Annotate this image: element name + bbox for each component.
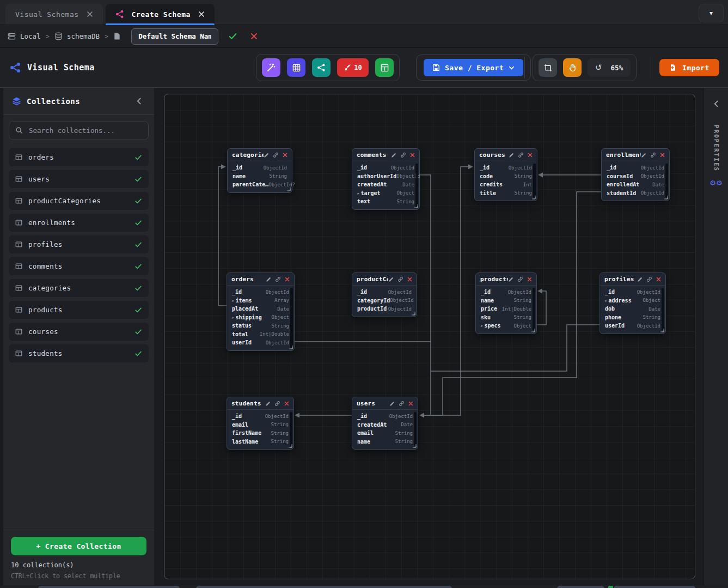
field-row-name[interactable]: nameString <box>228 172 292 181</box>
field-row-status[interactable]: statusString <box>227 322 294 330</box>
field-row-_id[interactable]: _idObjectId <box>228 163 292 172</box>
undo-icon[interactable]: ↺ <box>595 63 602 72</box>
table-scrollbar[interactable] <box>665 163 668 198</box>
field-row-code[interactable]: codeString <box>475 172 537 181</box>
edit-table-icon[interactable] <box>509 153 514 158</box>
close-icon[interactable] <box>198 11 205 17</box>
resize-handle[interactable] <box>411 311 415 316</box>
table-scrollbar[interactable] <box>662 288 664 331</box>
field-row-price[interactable]: priceInt|Double <box>476 305 536 313</box>
tab-create-schema[interactable]: Create Schema <box>106 4 215 25</box>
field-row-courseId[interactable]: courseIdObjectId <box>602 172 669 181</box>
field-row-createdAt[interactable]: createdAtDate <box>352 180 419 189</box>
remove-table-icon[interactable] <box>407 277 412 282</box>
remove-table-icon[interactable] <box>660 153 665 157</box>
table-node-header[interactable]: products <box>476 273 536 286</box>
paint-count-button[interactable]: 10 <box>337 58 369 77</box>
field-row-_id[interactable]: _idObjectId <box>352 412 418 421</box>
resize-handle[interactable] <box>531 328 535 332</box>
resize-handle[interactable] <box>289 345 293 349</box>
table-scrollbar[interactable] <box>415 163 418 207</box>
expand-icon[interactable]: ▸ <box>605 299 607 303</box>
table-node-header[interactable]: courses <box>475 149 537 161</box>
link-table-icon[interactable] <box>273 152 279 158</box>
expand-icon[interactable]: ▸ <box>232 299 234 303</box>
close-icon[interactable] <box>87 11 93 17</box>
field-row-email[interactable]: emailString <box>352 429 418 438</box>
remove-table-icon[interactable] <box>285 277 290 282</box>
field-row-lastName[interactable]: lastNameString <box>227 438 293 446</box>
field-row-_id[interactable]: _idObjectId <box>227 288 294 296</box>
field-row-title[interactable]: titleString <box>475 189 537 198</box>
table-scrollbar[interactable] <box>533 163 536 198</box>
tab-overflow-button[interactable]: ▾ <box>699 4 724 22</box>
tab-visual-schemas[interactable]: Visual Schemas <box>5 4 103 25</box>
table-node-header[interactable]: students <box>227 397 293 410</box>
field-row-productId[interactable]: productIdObjectId <box>352 305 417 313</box>
remove-table-icon[interactable] <box>527 277 532 282</box>
sidebar-item-enrollments[interactable]: enrollments <box>9 214 149 232</box>
breadcrumb-server[interactable]: Local <box>8 32 41 40</box>
table-scrollbar[interactable] <box>533 288 535 331</box>
resize-handle[interactable] <box>414 204 418 208</box>
field-row-text[interactable]: textString <box>352 197 419 206</box>
edit-table-icon[interactable] <box>266 277 271 282</box>
edit-table-icon[interactable] <box>389 401 395 407</box>
cancel-name-button[interactable] <box>247 29 261 44</box>
table-node-header[interactable]: categories <box>228 149 292 161</box>
remove-table-icon[interactable] <box>284 401 289 406</box>
remove-table-icon[interactable] <box>408 401 413 406</box>
field-row-_id[interactable]: _idObjectId <box>602 163 669 172</box>
table-node-courses[interactable]: courses_idObjectIdcodeStringcreditsIntti… <box>474 148 537 201</box>
table-node-students[interactable]: students_idObjectIdemailStringfirstNameS… <box>227 397 294 450</box>
breadcrumb-database[interactable]: schemaDB <box>54 32 100 40</box>
zoom-reset-control[interactable]: ↺ 65% <box>588 58 631 77</box>
field-row-total[interactable]: totalInt|Double <box>227 330 294 339</box>
grid-layout-button[interactable] <box>287 58 305 77</box>
edge-comments-to-users[interactable] <box>420 175 431 415</box>
table-node-header[interactable]: orders <box>227 273 294 286</box>
field-row-dob[interactable]: dobDate <box>600 305 665 313</box>
table-view-button[interactable] <box>375 58 394 77</box>
field-row-name[interactable]: nameString <box>476 296 536 305</box>
edit-table-icon[interactable] <box>508 277 513 282</box>
field-row-_id[interactable]: _idObjectId <box>475 163 537 172</box>
table-node-users[interactable]: users_idObjectIdcreatedAtDateemailString… <box>352 397 418 450</box>
table-node-header[interactable]: enrollments <box>602 149 669 161</box>
field-row-authorUserId[interactable]: authorUserIdObjectId <box>352 172 419 181</box>
resize-handle[interactable] <box>288 444 292 448</box>
table-node-comments[interactable]: comments_idObjectIdauthorUserIdObjectIdc… <box>352 148 420 210</box>
link-table-icon[interactable] <box>399 401 405 407</box>
schema-canvas[interactable]: categories_idObjectIdnameStringparentCat… <box>164 94 695 579</box>
edit-table-icon[interactable] <box>391 153 396 158</box>
table-scrollbar[interactable] <box>290 412 292 446</box>
sidebar-collapse-button[interactable] <box>132 95 145 108</box>
field-row-_id[interactable]: _idObjectId <box>352 163 419 172</box>
edge-to-categories[interactable] <box>218 167 227 306</box>
sidebar-item-products[interactable]: products <box>9 301 149 319</box>
link-table-icon[interactable] <box>275 276 281 282</box>
link-table-icon[interactable] <box>650 152 656 158</box>
resize-handle[interactable] <box>664 195 668 199</box>
magic-wand-button[interactable] <box>262 58 280 77</box>
table-node-header[interactable]: users <box>352 397 418 410</box>
field-row-name[interactable]: nameString <box>352 438 418 446</box>
table-node-productCate[interactable]: productCate…_idObjectIdcategoryIdObjectI… <box>352 272 417 317</box>
confirm-name-button[interactable] <box>225 29 240 44</box>
resize-handle[interactable] <box>531 195 536 199</box>
remove-table-icon[interactable] <box>656 277 661 282</box>
edit-table-icon[interactable] <box>637 277 643 282</box>
statusbar-pill[interactable] <box>557 586 604 588</box>
link-table-icon[interactable] <box>518 152 524 158</box>
field-row-sku[interactable]: skuString <box>476 313 536 322</box>
edit-table-icon[interactable] <box>641 153 646 158</box>
sidebar-item-comments[interactable]: comments <box>9 257 149 275</box>
field-row-userId[interactable]: userIdObjectId <box>227 338 294 347</box>
link-table-icon[interactable] <box>646 276 652 282</box>
table-scrollbar[interactable] <box>414 412 417 446</box>
frame-select-button[interactable] <box>539 58 557 77</box>
field-row-credits[interactable]: creditsInt <box>475 180 537 189</box>
table-node-profiles[interactable]: profiles_idObjectId▸addressObjectdobDate… <box>599 272 666 334</box>
properties-expand-button[interactable] <box>709 96 723 111</box>
link-table-icon[interactable] <box>517 276 523 282</box>
